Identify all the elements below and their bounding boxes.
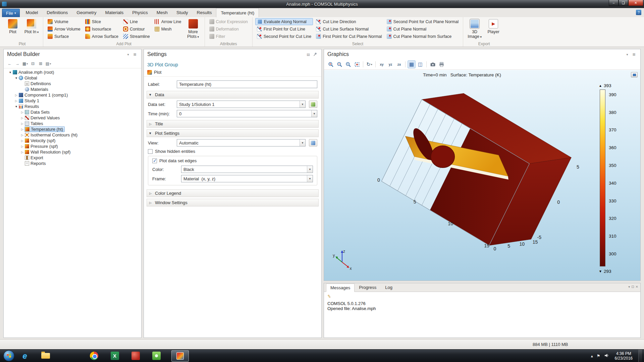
tree-item-study1[interactable]: Study 1 — [4, 98, 141, 104]
frame-combo[interactable]: Material (x, y, z) — [181, 175, 313, 182]
expand-all-icon[interactable] — [37, 60, 44, 67]
taskbar-comsol-active-icon[interactable] — [171, 350, 189, 362]
close-button[interactable] — [628, 0, 643, 6]
dataset-extra-button[interactable] — [309, 101, 317, 108]
expand-arrow-icon[interactable] — [14, 99, 18, 103]
taskbar-ie-icon[interactable] — [19, 351, 31, 361]
volume-button[interactable]: Volume — [46, 18, 82, 25]
tab-geometry[interactable]: Geometry — [72, 8, 101, 17]
contour-button[interactable]: Contour — [121, 25, 152, 33]
pin-icon[interactable] — [312, 52, 318, 57]
plot-in-button[interactable]: Plot In — [23, 18, 40, 36]
taskbar-explorer-icon[interactable] — [40, 351, 51, 361]
evaluate-along-normal-button[interactable]: Evaluate Along Normal — [255, 18, 313, 25]
tree-item-temperature-ht[interactable]: Temperature (ht) — [4, 126, 141, 132]
3d-plot-scene[interactable]: 0 5 10 15 0 5 10 15 -5 0 5 z — [324, 70, 640, 281]
zoom-in-icon[interactable] — [327, 60, 335, 68]
section-plot-settings[interactable]: Plot Settings — [147, 129, 319, 137]
tree-item-root[interactable]: Analise.mph (root) — [4, 69, 141, 75]
cut-plane-normal-button[interactable]: Cut Plane Normal — [385, 25, 461, 33]
view-xy-icon[interactable]: xy — [378, 60, 386, 68]
expand-arrow-icon[interactable] — [8, 70, 12, 74]
show-hidden-entities-row[interactable]: Show hidden entities — [144, 147, 321, 155]
expand-arrow-icon[interactable] — [20, 145, 24, 148]
tab-mesh[interactable]: Mesh — [152, 8, 172, 17]
expand-arrow-icon[interactable] — [20, 111, 24, 114]
tree-item-results[interactable]: Results — [4, 104, 141, 109]
zoom-out-icon[interactable] — [335, 60, 343, 68]
snapshot-camera-icon[interactable] — [429, 60, 437, 68]
model-builder-float-icon[interactable] — [132, 52, 138, 57]
tab-model[interactable]: Model — [21, 8, 42, 17]
print-icon[interactable] — [437, 60, 445, 68]
line-button[interactable]: Line — [121, 18, 152, 25]
toggle-scene-light-icon[interactable]: ▦ — [408, 60, 416, 68]
tree-item-component1[interactable]: Component 1 (comp1) — [4, 92, 141, 98]
more-plots-button[interactable]: More Plots — [184, 18, 202, 40]
tree-item-derived-values[interactable]: Derived Values — [4, 115, 141, 121]
taskbar-chrome-icon[interactable] — [88, 351, 100, 361]
tree-item-data-sets[interactable]: Data Sets — [4, 109, 141, 115]
rotate-view-icon[interactable]: ↻▾ — [365, 60, 373, 68]
tab-definitions[interactable]: Definitions — [42, 8, 72, 17]
slice-button[interactable]: Slice — [84, 18, 120, 25]
arrow-volume-button[interactable]: Arrow Volume — [46, 25, 82, 33]
mesh-button[interactable]: Mesh — [153, 25, 183, 33]
forward-icon[interactable] — [14, 60, 21, 67]
first-point-cut-line-button[interactable]: First Point for Cut Line — [255, 25, 313, 33]
taskbar-excel-icon[interactable] — [109, 351, 120, 361]
section-window-settings[interactable]: Window Settings — [147, 199, 319, 206]
toggle-transparency-icon[interactable]: ◫ — [416, 60, 424, 68]
dropdown-arrow-icon[interactable] — [311, 110, 317, 117]
dropdown-arrow-icon[interactable] — [307, 175, 313, 182]
maximize-button[interactable] — [619, 0, 628, 6]
help-icon[interactable]: ? — [636, 10, 641, 15]
collapse-all-icon[interactable] — [30, 60, 36, 67]
tree-item-definitions[interactable]: Definitions — [4, 81, 141, 86]
arrow-surface-button[interactable]: Arrow Surface — [84, 33, 120, 40]
tree-item-isothermal-contours[interactable]: Isothermal Contours (ht) — [4, 132, 141, 138]
back-icon[interactable] — [6, 60, 13, 67]
start-button[interactable] — [3, 350, 14, 361]
messages-close-icon[interactable] — [636, 285, 638, 289]
view-combo[interactable]: Automatic — [177, 139, 306, 146]
arrow-line-button[interactable]: Arrow Line — [153, 18, 183, 25]
second-point-cut-line-button[interactable]: Second Point for Cut Line — [255, 33, 313, 40]
tree-item-global[interactable]: Global — [4, 75, 141, 81]
graphics-menu-icon[interactable] — [624, 52, 630, 57]
plot-button[interactable]: Plot — [4, 18, 21, 35]
dropdown-arrow-icon[interactable] — [300, 139, 305, 146]
model-tree-more-icon[interactable]: ▾ — [45, 60, 52, 67]
view-zx-icon[interactable]: zx — [395, 60, 403, 68]
tree-item-export[interactable]: Export — [4, 155, 141, 161]
section-title[interactable]: Title — [147, 120, 319, 128]
expand-arrow-icon[interactable] — [20, 128, 24, 131]
expand-arrow-icon[interactable] — [20, 139, 24, 142]
minimize-button[interactable] — [609, 0, 619, 6]
expand-arrow-icon[interactable] — [14, 94, 18, 97]
tab-physics[interactable]: Physics — [128, 8, 152, 17]
player-button[interactable]: Player — [485, 18, 502, 35]
dropdown-arrow-icon[interactable] — [307, 166, 313, 173]
tree-item-tables[interactable]: Tables — [4, 121, 141, 126]
view-yz-icon[interactable]: yz — [386, 60, 394, 68]
graphics-float-icon[interactable] — [631, 52, 637, 57]
model-builder-menu-icon[interactable] — [125, 52, 131, 57]
cut-line-surface-normal-button[interactable]: Cut Line Surface Normal — [314, 25, 383, 33]
tree-item-pressure[interactable]: Pressure (spf) — [4, 143, 141, 149]
second-point-cut-plane-normal-button[interactable]: Second Point for Cut Plane Normal — [385, 18, 461, 25]
streamline-button[interactable]: Streamline — [121, 33, 152, 40]
expand-arrow-icon[interactable] — [20, 133, 24, 137]
3d-image-button[interactable]: 3D Image — [466, 18, 483, 40]
color-combo[interactable]: Black — [181, 166, 313, 173]
show-options-icon[interactable]: ▾ — [22, 60, 29, 67]
time-combo[interactable]: 0 — [177, 110, 317, 117]
surface-button[interactable]: Surface — [46, 33, 82, 40]
expand-arrow-icon[interactable] — [14, 105, 18, 108]
tree-item-reports[interactable]: Reports — [4, 161, 141, 166]
tab-temperature-ht[interactable]: Temperature (ht) — [216, 8, 259, 17]
expand-arrow-icon[interactable] — [14, 76, 18, 80]
plot-window-icon[interactable] — [631, 72, 638, 77]
zoom-extents-icon[interactable] — [353, 60, 361, 68]
tray-show-hidden-icon[interactable]: ▴ — [591, 354, 593, 358]
